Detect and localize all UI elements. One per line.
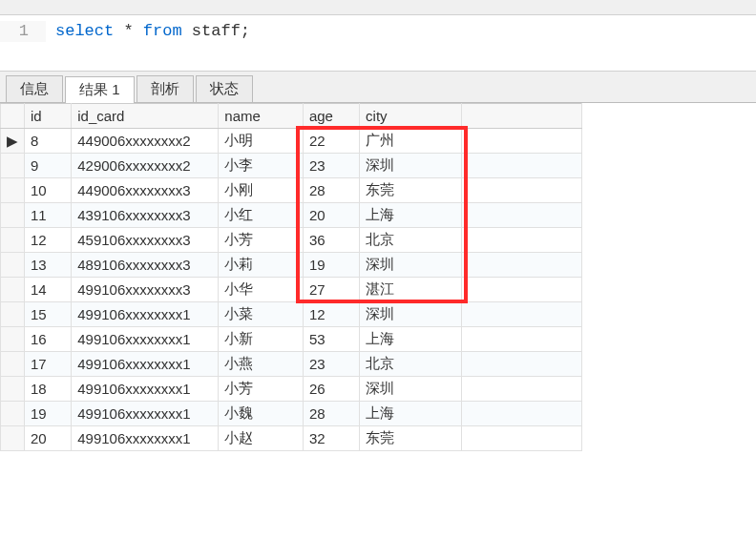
cell[interactable]: 20 [303, 203, 359, 228]
cell[interactable]: 28 [303, 178, 359, 203]
cell[interactable]: 上海 [360, 402, 462, 426]
cell[interactable]: 429006xxxxxxxx2 [72, 154, 219, 178]
cell[interactable]: 499106xxxxxxxx1 [72, 302, 219, 327]
cell[interactable]: 北京 [360, 352, 462, 377]
cell[interactable]: 499106xxxxxxxx1 [72, 402, 219, 426]
cell[interactable]: 23 [303, 352, 359, 377]
cell[interactable]: 深圳 [360, 253, 462, 278]
cell[interactable]: 499106xxxxxxxx1 [72, 377, 219, 402]
cell[interactable]: 22 [303, 129, 359, 154]
cell[interactable]: 18 [25, 377, 72, 402]
cell-filler [462, 327, 582, 352]
sql-editor[interactable]: 1 select * from staff; [0, 15, 756, 72]
table-row[interactable]: 20499106xxxxxxxx1小赵32东莞 [1, 426, 582, 451]
cell-filler [462, 253, 582, 278]
cell[interactable]: 8 [25, 129, 72, 154]
tab[interactable]: 剖析 [136, 75, 194, 102]
cell[interactable]: 小新 [219, 327, 304, 352]
table-row[interactable]: 10449006xxxxxxxx3小刚28东莞 [1, 178, 582, 203]
cell[interactable]: 36 [303, 228, 359, 253]
table-row[interactable]: 14499106xxxxxxxx3小华27湛江 [1, 278, 582, 302]
table-row[interactable]: 16499106xxxxxxxx1小新53上海 [1, 327, 582, 352]
row-marker: ▶ [1, 129, 25, 154]
cell[interactable]: 13 [25, 253, 72, 278]
cell[interactable]: 小芳 [219, 228, 304, 253]
cell[interactable]: 439106xxxxxxxx3 [72, 203, 219, 228]
cell[interactable]: 小刚 [219, 178, 304, 203]
sql-code-line[interactable]: select * from staff; [46, 21, 250, 42]
cell[interactable]: 深圳 [360, 154, 462, 178]
cell[interactable]: 小赵 [219, 426, 304, 451]
cell[interactable]: 19 [25, 402, 72, 426]
cell[interactable]: 广州 [360, 129, 462, 154]
cell[interactable]: 小明 [219, 129, 304, 154]
cell[interactable]: 上海 [360, 327, 462, 352]
cell[interactable]: 9 [25, 154, 72, 178]
cell[interactable]: 459106xxxxxxxx3 [72, 228, 219, 253]
cell[interactable]: 小菜 [219, 302, 304, 327]
table-row[interactable]: 12459106xxxxxxxx3小芳36北京 [1, 228, 582, 253]
cell[interactable]: 26 [303, 377, 359, 402]
cell[interactable]: 11 [25, 203, 72, 228]
cell-filler [462, 154, 582, 178]
cell[interactable]: 小红 [219, 203, 304, 228]
table-row[interactable]: 15499106xxxxxxxx1小菜12深圳 [1, 302, 582, 327]
cell[interactable]: 499106xxxxxxxx1 [72, 426, 219, 451]
column-header[interactable]: name [219, 104, 304, 129]
table-row[interactable]: 9429006xxxxxxxx2小李23深圳 [1, 154, 582, 178]
row-marker-header [1, 104, 25, 129]
cell[interactable]: 12 [303, 302, 359, 327]
cell[interactable]: 499106xxxxxxxx1 [72, 352, 219, 377]
cell[interactable]: 北京 [360, 228, 462, 253]
table-row[interactable]: 18499106xxxxxxxx1小芳26深圳 [1, 377, 582, 402]
cell[interactable]: 上海 [360, 203, 462, 228]
cell[interactable]: 小燕 [219, 352, 304, 377]
cell[interactable]: 深圳 [360, 377, 462, 402]
column-header[interactable]: age [303, 104, 359, 129]
column-header[interactable]: city [360, 104, 462, 129]
cell[interactable]: 小魏 [219, 402, 304, 426]
cell[interactable]: 23 [303, 154, 359, 178]
tab[interactable]: 结果 1 [65, 76, 135, 103]
tab[interactable]: 信息 [6, 75, 63, 102]
row-marker [1, 228, 25, 253]
cell[interactable]: 28 [303, 402, 359, 426]
cell[interactable]: 小芳 [219, 377, 304, 402]
column-header[interactable]: id [25, 104, 72, 129]
cell[interactable]: 东莞 [360, 178, 462, 203]
cell[interactable]: 19 [303, 253, 359, 278]
cell[interactable]: 16 [25, 327, 72, 352]
cell[interactable]: 小李 [219, 154, 304, 178]
cell[interactable]: 489106xxxxxxxx3 [72, 253, 219, 278]
cell[interactable]: 12 [25, 228, 72, 253]
cell[interactable]: 499106xxxxxxxx1 [72, 327, 219, 352]
cell[interactable]: 499106xxxxxxxx3 [72, 278, 219, 302]
table-row[interactable]: 17499106xxxxxxxx1小燕23北京 [1, 352, 582, 377]
cell[interactable]: 湛江 [360, 278, 462, 302]
cell[interactable]: 449006xxxxxxxx3 [72, 178, 219, 203]
cell[interactable]: 10 [25, 178, 72, 203]
code-token: * [114, 22, 143, 40]
tab[interactable]: 状态 [196, 75, 253, 102]
table-row[interactable]: ▶8449006xxxxxxxx2小明22广州 [1, 129, 582, 154]
cell[interactable]: 15 [25, 302, 72, 327]
table-row[interactable]: 19499106xxxxxxxx1小魏28上海 [1, 402, 582, 426]
cell[interactable]: 东莞 [360, 426, 462, 451]
table-row[interactable]: 11439106xxxxxxxx3小红20上海 [1, 203, 582, 228]
window-toolbar [0, 0, 756, 15]
cell[interactable]: 深圳 [360, 302, 462, 327]
cell[interactable]: 32 [303, 426, 359, 451]
cell[interactable]: 14 [25, 278, 72, 302]
column-header[interactable]: id_card [72, 104, 219, 129]
table-row[interactable]: 13489106xxxxxxxx3小莉19深圳 [1, 253, 582, 278]
cell[interactable]: 27 [303, 278, 359, 302]
cell[interactable]: 小华 [219, 278, 304, 302]
cell[interactable]: 20 [25, 426, 72, 451]
results-grid[interactable]: idid_cardnameagecity ▶8449006xxxxxxxx2小明… [0, 103, 756, 451]
results-table[interactable]: idid_cardnameagecity ▶8449006xxxxxxxx2小明… [0, 103, 582, 451]
cell[interactable]: 449006xxxxxxxx2 [72, 129, 219, 154]
cell[interactable]: 小莉 [219, 253, 304, 278]
cell[interactable]: 17 [25, 352, 72, 377]
cell[interactable]: 53 [303, 327, 359, 352]
cell-filler [462, 203, 582, 228]
